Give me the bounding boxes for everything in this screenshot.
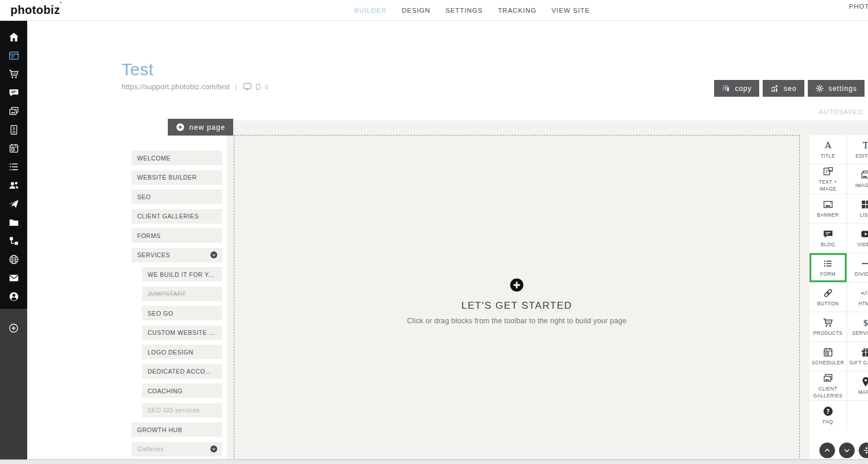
page-item-label: CLIENT GALLERIES	[137, 213, 198, 220]
marketing-icon[interactable]	[8, 198, 20, 210]
gear-icon	[815, 84, 824, 93]
page-item-custom-website[interactable]: CUSTOM WEBSITE ...	[142, 326, 222, 340]
page-title[interactable]: Test	[122, 60, 153, 79]
messages-icon[interactable]	[8, 87, 20, 98]
scroll-up-button[interactable]	[819, 443, 835, 458]
website-builder-icon[interactable]	[8, 50, 20, 61]
svg-text:$: $	[12, 126, 15, 131]
forms-icon[interactable]	[8, 161, 20, 173]
plus-circle-icon[interactable]	[509, 277, 524, 293]
svg-text:T: T	[825, 169, 828, 174]
page-item-website-builder[interactable]: WEBSITE BUILDER	[131, 170, 222, 185]
files-icon[interactable]	[8, 217, 20, 228]
main-nav: BUILDERDESIGNSETTINGSTRACKINGVIEW SITE	[354, 0, 590, 21]
svg-text:T: T	[863, 140, 868, 151]
block-html[interactable]: </>HTML	[847, 283, 868, 312]
horizontal-scrollbar[interactable]	[0, 459, 868, 464]
block-client-galleries[interactable]: CLIENT GALLERIES	[810, 371, 847, 401]
add-icon[interactable]	[8, 323, 19, 334]
nav-tracking[interactable]: TRACKING	[498, 7, 536, 14]
scroll-down-button[interactable]	[839, 443, 855, 458]
calendar-clock-icon	[822, 346, 834, 358]
block-faq[interactable]: ?FAQ	[810, 401, 847, 430]
new-page-button[interactable]: new page	[168, 119, 233, 136]
account-icon[interactable]	[8, 291, 20, 302]
block-products[interactable]: PRODUCTS	[810, 312, 847, 342]
tablet-preview-icon[interactable]	[255, 83, 262, 91]
block-label: FAQ	[822, 419, 834, 425]
block-form[interactable]: FORM	[810, 253, 847, 283]
page-item-client-galleries[interactable]: CLIENT GALLERIES	[131, 209, 222, 224]
collapse-button[interactable]	[859, 443, 868, 458]
domains-icon[interactable]	[8, 254, 20, 265]
page-item-we-build-it-for-y[interactable]: WE BUILD IT FOR Y...	[142, 267, 222, 282]
page-item-jumpstart[interactable]: JUMPSTART	[142, 287, 222, 301]
block-blog[interactable]: BLOG	[810, 224, 847, 253]
page-item-coaching[interactable]: COACHING	[142, 383, 222, 398]
page-item-forms[interactable]: FORMS	[131, 228, 222, 243]
block-editor[interactable]: TEDITOR	[847, 135, 868, 165]
chevron-down-icon[interactable]	[209, 445, 218, 454]
email-icon[interactable]	[8, 272, 20, 284]
page-item-label: JUMPSTART	[148, 290, 186, 297]
nav-design[interactable]: DESIGN	[402, 7, 431, 14]
copy-button[interactable]: copy	[714, 80, 759, 97]
block-services[interactable]: $SERVICES	[847, 312, 868, 342]
autosaved-label: AUTOSAVED:	[819, 108, 865, 115]
home-icon[interactable]	[8, 31, 20, 43]
main-area: Test https://support.photobiz.com/test |…	[27, 21, 868, 459]
canvas-subheading: Click or drag blocks from the toolbar to…	[407, 317, 626, 325]
scheduler-icon[interactable]	[8, 143, 20, 154]
block-maps[interactable]: MAPS	[847, 371, 868, 401]
page-item-dedicated-acco[interactable]: DEDICATED ACCO...	[142, 364, 222, 379]
page-item-label: CUSTOM WEBSITE ...	[148, 329, 215, 336]
images-icon	[860, 169, 868, 181]
block-banner[interactable]: BANNER	[810, 194, 847, 224]
toolbar-nav-buttons	[810, 443, 868, 458]
invoices-icon[interactable]: $	[8, 124, 20, 136]
seo-button[interactable]: seo	[763, 80, 804, 97]
desktop-preview-icon[interactable]	[242, 82, 252, 91]
integrations-icon[interactable]	[8, 235, 20, 247]
page-item-growth-hub[interactable]: GROWTH HUB	[131, 422, 222, 437]
photobiz-logo[interactable]: photobiz’	[10, 3, 62, 17]
block-text-image[interactable]: TTEXT + IMAGE	[810, 165, 847, 194]
page-item-seo[interactable]: SEO	[131, 189, 222, 204]
block-label: HTML	[857, 301, 868, 307]
contacts-icon[interactable]	[8, 180, 20, 191]
page-item-galleries[interactable]: Galleries	[131, 442, 222, 456]
page-item-seo-go-services[interactable]: SEO GO services	[142, 403, 222, 418]
svg-text:</>: </>	[860, 290, 868, 296]
settings-button[interactable]: settings	[808, 80, 865, 97]
account-label[interactable]: PHOTO	[849, 3, 868, 10]
phone-preview-icon[interactable]	[264, 83, 269, 91]
page-item-services[interactable]: SERVICES	[131, 248, 222, 262]
block-gift-cards[interactable]: GIFT CARDS	[847, 342, 868, 371]
block-scheduler[interactable]: SCHEDULER	[810, 342, 847, 371]
block-label: SERVICES	[851, 330, 868, 337]
logo-trademark: ’	[60, 1, 62, 6]
block-title[interactable]: ATITLE	[810, 135, 847, 165]
page-item-seo-go[interactable]: SEO GO	[142, 306, 222, 320]
media-icon[interactable]	[8, 105, 20, 117]
block-label: BANNER	[816, 212, 840, 218]
page-item-logo-design[interactable]: LOGO DESIGN	[142, 345, 222, 359]
store-icon[interactable]	[8, 68, 20, 80]
block-video[interactable]: VIDEO	[847, 224, 868, 253]
nav-view-site[interactable]: VIEW SITE	[551, 7, 590, 14]
block-images[interactable]: IMAGES	[847, 165, 868, 194]
block-divider[interactable]: DIVIDER	[847, 253, 868, 283]
page-item-label: SEO	[137, 193, 151, 200]
block-label: PRODUCTS	[812, 330, 844, 337]
page-item-welcome[interactable]: WELCOME	[131, 151, 222, 165]
chevron-down-icon[interactable]	[209, 251, 218, 260]
block-label: EDITOR	[855, 153, 868, 159]
nav-builder[interactable]: BUILDER	[354, 7, 387, 14]
gift-icon	[860, 346, 868, 358]
nav-settings[interactable]: SETTINGS	[446, 7, 483, 14]
video-icon	[860, 228, 868, 240]
svg-text:?: ?	[826, 408, 830, 415]
block-button[interactable]: BUTTON	[810, 283, 847, 312]
block-list[interactable]: LIST	[847, 194, 868, 224]
page-canvas-dropzone[interactable]: LET'S GET STARTED Click or drag blocks f…	[234, 135, 800, 464]
